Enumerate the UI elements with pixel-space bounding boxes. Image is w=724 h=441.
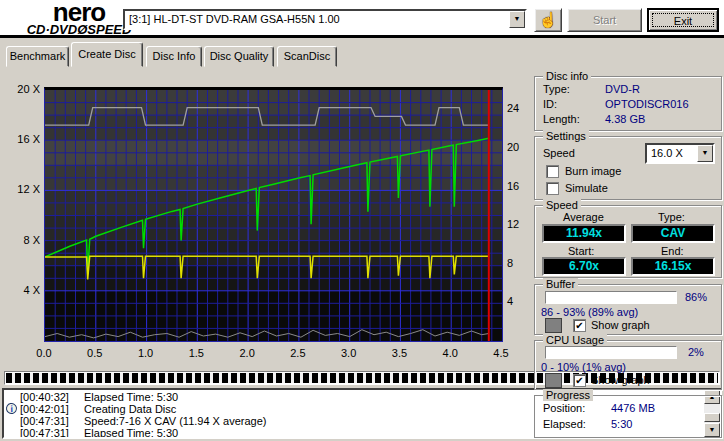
x-axis-tick: 4.5 [486, 347, 516, 359]
y-axis-right-tick: 24 [507, 102, 531, 114]
x-axis-tick: 2.5 [283, 347, 313, 359]
disc-id-value: OPTODISCR016 [605, 98, 689, 110]
simulate-checkbox[interactable] [546, 182, 559, 195]
x-axis-tick: 1.0 [131, 347, 161, 359]
x-axis-tick: 3.0 [334, 347, 364, 359]
disc-length-value: 4.38 GB [605, 113, 645, 125]
y-axis-left-tick: 4 X [0, 284, 40, 296]
buffer-show-graph-checkbox[interactable]: ✔ [573, 319, 586, 332]
progress-groupbox: Progress Position: 4476 MB Elapsed: 5:30 [534, 395, 722, 438]
disc-type-value: DVD-R [605, 83, 640, 95]
x-axis-tick: 1.5 [181, 347, 211, 359]
exit-button[interactable]: Exit [647, 8, 719, 32]
header-bar: nero CD·DVDØSPEED [3:1] HL-DT-ST DVD-RAM… [0, 0, 724, 38]
cpu-bar [545, 346, 677, 359]
x-axis-tick: 4.0 [435, 347, 465, 359]
buffer-title: Buffer [543, 278, 578, 290]
y-axis-left-tick: 16 X [0, 133, 40, 145]
drive-select-value: [3:1] HL-DT-ST DVD-RAM GSA-H55N 1.00 [129, 13, 340, 25]
y-axis-left-tick: 8 X [0, 234, 40, 246]
speed-select-combobox[interactable]: 16.0 X ▼ [645, 143, 715, 164]
buffer-bar [545, 291, 677, 304]
tab-create-disc[interactable]: Create Disc [71, 42, 143, 67]
buffer-groupbox: Buffer 86% 86 - 93% (89% avg) ✔ Show gra… [534, 284, 722, 335]
progress-title: Progress [543, 389, 593, 401]
cpu-usage-groupbox: CPU Usage 2% 0 - 10% (1% avg) ✔ Show gra… [534, 340, 722, 390]
tab-disc-quality[interactable]: Disc Quality [204, 46, 274, 67]
speed-title: Speed [543, 199, 581, 211]
y-axis-right-tick: 16 [507, 180, 531, 192]
cpu-color-swatch [545, 373, 562, 388]
burn-image-checkbox[interactable] [546, 165, 559, 178]
cpu-percent: 2% [688, 346, 704, 358]
speed-select-value: 16.0 X [651, 147, 683, 159]
settings-title: Settings [543, 130, 589, 142]
info-icon: i [5, 402, 18, 415]
cpu-range: 0 - 10% (1% avg) [541, 361, 626, 373]
x-axis-tick: 3.5 [384, 347, 414, 359]
y-axis-right-tick: 8 [507, 257, 531, 269]
nero-cd-dvd-speed-window: nero CD·DVDØSPEED [3:1] HL-DT-ST DVD-RAM… [0, 0, 724, 441]
y-axis-right-tick: 12 [507, 218, 531, 230]
x-axis-tick: 2.0 [232, 347, 262, 359]
drive-select-dropdown-arrow-icon[interactable]: ▼ [509, 11, 525, 28]
x-axis-tick: 0.0 [29, 347, 59, 359]
speed-chart-plot-area [44, 87, 503, 342]
elapsed-value: 5:30 [611, 418, 632, 430]
tab-scandisc[interactable]: ScanDisc [277, 46, 337, 67]
x-axis-tick: 0.5 [80, 347, 110, 359]
disc-info-groupbox: Disc info Type: DVD-R ID: OPTODISCR016 L… [534, 76, 722, 131]
speed-groupbox: Speed Average Type: 11.94x CAV Start: En… [534, 205, 722, 278]
buffer-color-swatch [545, 318, 562, 333]
cpu-usage-title: CPU Usage [543, 334, 607, 346]
y-axis-right-tick: 4 [507, 295, 531, 307]
eject-hand-button[interactable]: ☝ [534, 8, 562, 32]
buffer-percent: 86% [685, 291, 707, 303]
disc-info-title: Disc info [543, 70, 591, 82]
speed-select-dropdown-arrow-icon[interactable]: ▼ [697, 145, 713, 162]
start-speed-lcd: 6.70x [542, 257, 626, 276]
drive-select-combobox[interactable]: [3:1] HL-DT-ST DVD-RAM GSA-H55N 1.00 ▼ [123, 9, 527, 30]
speed-type-lcd: CAV [631, 224, 715, 243]
end-speed-lcd: 16.15x [631, 257, 715, 276]
tab-benchmark[interactable]: Benchmark [6, 46, 69, 67]
cpu-show-graph-checkbox[interactable]: ✔ [573, 374, 586, 387]
y-axis-left-tick: 12 X [0, 183, 40, 195]
tab-disc-info[interactable]: Disc Info [146, 46, 202, 67]
y-axis-right-tick: 20 [507, 141, 531, 153]
average-speed-lcd: 11.94x [542, 224, 626, 243]
start-button[interactable]: Start [567, 8, 642, 32]
speed-chart-series [45, 90, 502, 341]
y-axis-left-tick: 20 X [0, 83, 40, 95]
position-value: 4476 MB [611, 402, 655, 414]
hand-icon: ☝ [539, 11, 558, 28]
buffer-range: 86 - 93% (89% avg) [541, 306, 638, 318]
